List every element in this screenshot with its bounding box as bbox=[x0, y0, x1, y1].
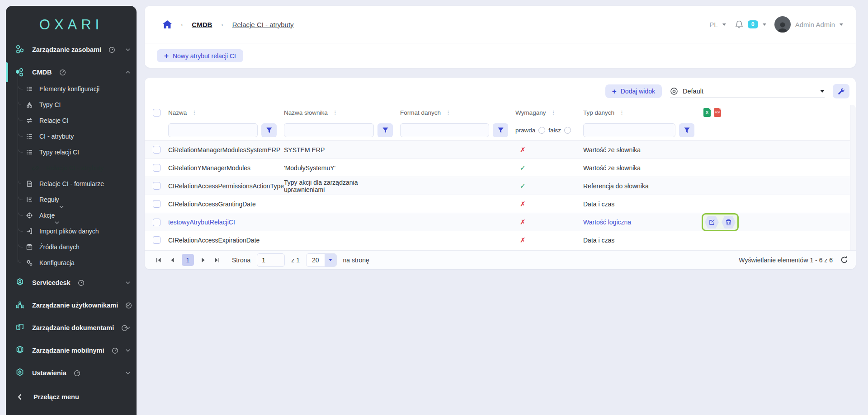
export-pdf-icon[interactable]: PDF bbox=[714, 108, 721, 117]
gauge-icon bbox=[112, 347, 118, 354]
page-number-input[interactable] bbox=[257, 253, 285, 267]
filter-button[interactable] bbox=[679, 123, 694, 137]
bell-icon[interactable] bbox=[735, 20, 743, 29]
table-row[interactable]: CiRelationManagerModulesSystemERP SYSTEM… bbox=[145, 141, 850, 159]
filter-button[interactable] bbox=[377, 123, 393, 137]
filter-button[interactable] bbox=[493, 123, 508, 137]
caret-down-icon bbox=[820, 90, 825, 93]
caret-down-icon[interactable] bbox=[722, 23, 726, 26]
cell-typ-danych: Data i czas bbox=[583, 237, 702, 244]
table-scrollbar[interactable] bbox=[850, 105, 856, 250]
column-header-nazwa-slownika: Nazwa słownika bbox=[284, 109, 328, 116]
new-relation-attribute-button[interactable]: + Nowy atrybut relacji CI bbox=[157, 49, 243, 62]
table-row[interactable]: CIRelationAccessGrantingDate ✗ Data i cz… bbox=[145, 195, 850, 213]
caret-down-icon[interactable] bbox=[840, 23, 843, 26]
grid-settings-button[interactable] bbox=[833, 84, 849, 98]
column-menu-icon[interactable]: ⋮ bbox=[549, 109, 557, 116]
cell-nazwa-link[interactable]: testowyAtrybutRelacjiCI bbox=[168, 219, 284, 226]
funnel-icon bbox=[498, 127, 504, 133]
sidebar-item-zarzadzanie-zasobami[interactable]: Zarządzanie zasobami bbox=[6, 38, 137, 61]
filter-button[interactable] bbox=[261, 123, 277, 137]
previous-page-icon bbox=[170, 257, 175, 263]
table-row[interactable]: CIRelationAccessExpirationDate ✗ Data i … bbox=[145, 231, 850, 249]
breadcrumb: › CMDB › Relacje CI - atrybuty bbox=[163, 20, 294, 28]
row-checkbox[interactable] bbox=[153, 164, 160, 172]
next-page-button[interactable] bbox=[200, 256, 207, 264]
sidebar-item-reguly[interactable]: Reguły bbox=[6, 191, 137, 207]
column-menu-icon[interactable]: ⋮ bbox=[444, 109, 452, 116]
column-menu-icon[interactable]: ⋮ bbox=[190, 109, 198, 116]
sidebar-item-konfiguracja[interactable]: Konfiguracja bbox=[6, 255, 137, 270]
cell-nazwa: CiRelationManagerModulesSystemERP bbox=[168, 146, 284, 154]
column-menu-icon[interactable]: ⋮ bbox=[331, 109, 339, 116]
row-checkbox[interactable] bbox=[153, 182, 160, 190]
previous-page-button[interactable] bbox=[169, 256, 175, 264]
edit-row-button[interactable] bbox=[705, 216, 719, 228]
cell-nazwa: CIRelationAccessGrantingDate bbox=[168, 201, 284, 208]
filter-input-typ-danych[interactable] bbox=[583, 123, 675, 137]
select-all-checkbox[interactable] bbox=[153, 109, 160, 117]
sidebar-item-akcje[interactable]: Akcje bbox=[6, 207, 137, 223]
view-selector[interactable]: Default bbox=[670, 84, 825, 98]
sidebar-item-zarzadzanie-mobilnymi[interactable]: Zarządzanie mobilnymi bbox=[6, 339, 137, 362]
add-view-button[interactable]: + Dodaj widok bbox=[605, 84, 662, 98]
wrench-icon bbox=[837, 88, 845, 95]
row-checkbox[interactable] bbox=[153, 200, 160, 208]
sidebar-item-relacje-ci[interactable]: Relacje CI bbox=[6, 112, 137, 128]
filter-input-nazwa[interactable] bbox=[168, 123, 258, 137]
delete-row-button[interactable] bbox=[722, 216, 736, 228]
funnel-icon bbox=[684, 127, 690, 133]
last-page-button[interactable] bbox=[213, 256, 221, 264]
filter-required-false-radio[interactable] bbox=[564, 127, 571, 134]
funnel-icon bbox=[382, 127, 388, 133]
table-row[interactable]: CiRelationYManagerModules 'ModułySystemu… bbox=[145, 159, 850, 177]
sidebar-item-import-plikow-danych[interactable]: Import plików danych bbox=[6, 223, 137, 239]
row-checkbox[interactable] bbox=[153, 236, 160, 244]
refresh-icon[interactable] bbox=[840, 256, 849, 264]
table-row-highlighted[interactable]: testowyAtrybutRelacjiCI ✗ Wartość logicz… bbox=[145, 213, 850, 231]
sidebar-item-zarzadzanie-uzytkownikami[interactable]: Zarządzanie użytkownikami bbox=[6, 294, 137, 317]
column-header-wymagany: Wymagany bbox=[515, 109, 546, 116]
breadcrumb-current[interactable]: Relacje CI - atrybuty bbox=[232, 21, 294, 28]
sidebar-item-ustawienia[interactable]: Ustawienia bbox=[6, 362, 137, 384]
gauge-icon bbox=[78, 280, 85, 286]
sidebar-item-typy-relacji-ci[interactable]: Typy relacji CI bbox=[6, 144, 137, 160]
filter-required-true-radio[interactable] bbox=[538, 127, 545, 134]
sidebar-item-ci-atrybuty[interactable]: CI - atrybuty bbox=[6, 128, 137, 144]
avatar[interactable] bbox=[774, 16, 791, 33]
pagination-bar: 1 Strona z 1 20 na stronę Wyświetlanie e… bbox=[145, 250, 856, 269]
column-header-typ-danych: Typ danych bbox=[583, 109, 614, 116]
sidebar-item-servicedesk[interactable]: Servicedesk bbox=[6, 271, 137, 294]
per-page-selector[interactable]: 20 bbox=[306, 253, 337, 267]
sidebar-item-zarzadzanie-dokumentami[interactable]: Zarządzanie dokumentami bbox=[6, 317, 137, 339]
sidebar-item-cmdb[interactable]: CMDB bbox=[6, 61, 137, 84]
chevron-down-icon bbox=[126, 326, 130, 329]
sidebar-item-typy-ci[interactable]: Typy CI bbox=[6, 97, 137, 112]
row-checkbox[interactable] bbox=[153, 146, 160, 154]
sidebar-item-zrodla-danych[interactable]: Źródła danych bbox=[6, 239, 137, 255]
home-icon[interactable] bbox=[163, 20, 172, 28]
page-number-button[interactable]: 1 bbox=[182, 254, 194, 266]
sidebar-item-relacje-ci-atrybuty[interactable]: Relacje CI - atrybuty bbox=[6, 160, 137, 176]
caret-down-icon[interactable] bbox=[763, 23, 766, 26]
filter-input-nazwa-slownika[interactable] bbox=[284, 123, 374, 137]
gauge-icon bbox=[59, 69, 66, 76]
notification-badge[interactable]: 0 bbox=[748, 20, 758, 28]
language-selector[interactable]: PL bbox=[709, 21, 717, 28]
table-row[interactable]: CIRelationAccessPermissionsActionType Ty… bbox=[145, 177, 850, 195]
breadcrumb-link-cmdb[interactable]: CMDB bbox=[192, 21, 212, 28]
sidebar-item-elementy-konfiguracji[interactable]: Elementy konfiguracji bbox=[6, 81, 137, 97]
sidebar-item-relacje-ci-formularze[interactable]: Relacje CI - formularze bbox=[6, 176, 137, 191]
export-excel-icon[interactable]: X bbox=[703, 108, 711, 117]
user-menu[interactable]: Admin Admin bbox=[795, 21, 835, 28]
column-menu-icon[interactable]: ⋮ bbox=[618, 109, 626, 116]
filter-required-false-label: fałsz bbox=[548, 127, 561, 134]
cell-typ-danych: Wartość ze słownika bbox=[583, 164, 702, 172]
filter-input-format-danych[interactable] bbox=[400, 123, 489, 137]
settings-icon bbox=[14, 367, 26, 379]
row-checkbox[interactable] bbox=[153, 219, 160, 226]
swap-arrows-icon bbox=[26, 117, 33, 124]
collapse-menu-button[interactable]: Przełącz menu bbox=[6, 387, 137, 407]
first-page-button[interactable] bbox=[155, 256, 163, 264]
chevron-down-icon bbox=[126, 349, 130, 352]
